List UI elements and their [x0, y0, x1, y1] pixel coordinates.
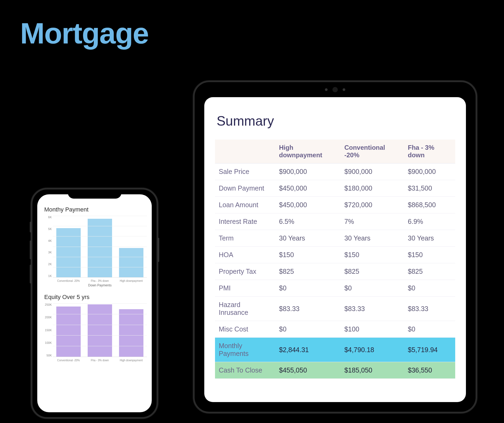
table-row: PMI$0$0$0 — [215, 280, 455, 297]
row-label: Sale Price — [215, 163, 275, 180]
table-header: Conventional -20% — [340, 140, 404, 163]
table-cell: $825 — [275, 263, 341, 280]
table-cell: $150 — [275, 247, 341, 263]
chart-plot: 6K5K4K3K2K1KConventional -20%Fha - 3% do… — [42, 216, 147, 286]
y-tick: 50K — [42, 354, 53, 357]
table-cell: 30 Years — [340, 230, 404, 247]
table-cell: $150 — [340, 247, 404, 263]
table-cell: $0 — [404, 280, 455, 297]
table-cell: $180,000 — [340, 180, 404, 197]
table-cell: 6.5% — [275, 213, 341, 230]
table-cell: 30 Years — [404, 230, 455, 247]
plot-area — [53, 216, 147, 278]
y-tick: 2K — [42, 263, 53, 266]
y-tick: 100K — [42, 341, 53, 344]
table-cell: $825 — [340, 263, 404, 280]
table-cell: $900,000 — [340, 163, 404, 180]
chart-plot: 250K200K150K100K50KConventional -20%Fha … — [42, 303, 147, 365]
y-tick: 3K — [42, 251, 53, 254]
y-tick: 200K — [42, 316, 53, 319]
table-cell: $900,000 — [404, 163, 455, 180]
table-cell: $0 — [340, 280, 404, 297]
equity-chart: Equity Over 5 yrs 250K200K150K100K50KCon… — [42, 294, 147, 365]
table-cell: $83.33 — [404, 297, 455, 321]
y-tick: 4K — [42, 239, 53, 242]
table-header — [215, 140, 275, 163]
y-tick: 150K — [42, 329, 53, 332]
x-axis: Conventional -20%Fha - 3% downHigh downp… — [53, 359, 147, 362]
table-cell: $100 — [340, 321, 404, 338]
x-tick: High downpayment — [117, 279, 145, 282]
table-cell: $450,000 — [275, 180, 341, 197]
row-label: Property Tax — [215, 263, 275, 280]
table-header: Fha - 3% down — [404, 140, 455, 163]
table-row: Down Payment$450,000$180,000$31,500 — [215, 180, 455, 197]
table-row: Interest Rate6.5%7%6.9% — [215, 213, 455, 230]
row-label: HOA — [215, 247, 275, 263]
table-cell: $450,000 — [275, 197, 341, 213]
phone-screen: Monthy Payment 6K5K4K3K2K1KConventional … — [37, 194, 152, 412]
table-row: Loan Amount$450,000$720,000$868,500 — [215, 197, 455, 213]
table-cell: $5,719.94 — [404, 338, 455, 362]
x-tick: Fha - 3% down — [86, 279, 114, 282]
monthly-payment-chart: Monthy Payment 6K5K4K3K2K1KConventional … — [42, 206, 147, 286]
row-label: Interest Rate — [215, 213, 275, 230]
table-row: Sale Price$900,000$900,000$900,000 — [215, 163, 455, 180]
tablet-screen: Summary High downpayment Conventional -2… — [204, 97, 466, 402]
row-label: Hazard Inrusance — [215, 297, 275, 321]
tablet-camera-icon — [325, 87, 345, 92]
phone-side-button-icon — [158, 238, 159, 262]
phone-side-button-icon — [30, 240, 31, 259]
table-cell: $900,000 — [275, 163, 341, 180]
x-axis: Conventional -20%Fha - 3% downHigh downp… — [53, 279, 147, 282]
plot-area — [53, 303, 147, 357]
page-title: Mortgage — [20, 16, 149, 50]
table-row: Monthly Payments$2,844.31$4,790.18$5,719… — [215, 338, 455, 362]
table-cell: $31,500 — [404, 180, 455, 197]
table-row: Hazard Inrusance$83.33$83.33$83.33 — [215, 297, 455, 321]
x-tick: Fha - 3% down — [86, 359, 114, 362]
table-row: Term30 Years30 Years30 Years — [215, 230, 455, 247]
table-cell: $720,000 — [340, 197, 404, 213]
phone-device: Monthy Payment 6K5K4K3K2K1KConventional … — [31, 188, 158, 419]
table-header: High downpayment — [275, 140, 341, 163]
y-tick: 5K — [42, 228, 53, 231]
tablet-device: Summary High downpayment Conventional -2… — [193, 81, 477, 413]
summary-table-header-row: High downpayment Conventional -20% Fha -… — [215, 140, 455, 163]
table-cell: $0 — [275, 280, 341, 297]
table-cell: $868,500 — [404, 197, 455, 213]
y-tick: 6K — [42, 216, 53, 219]
row-label: Term — [215, 230, 275, 247]
bar — [119, 248, 143, 277]
table-cell: $36,550 — [404, 362, 455, 379]
x-axis-label: Down Payments — [53, 283, 147, 287]
table-row: Property Tax$825$825$825 — [215, 263, 455, 280]
table-row: Misc Cost$0$100$0 — [215, 321, 455, 338]
chart-title: Equity Over 5 yrs — [44, 294, 147, 301]
y-tick: 250K — [42, 303, 53, 306]
bar — [88, 304, 112, 357]
summary-heading: Summary — [217, 113, 455, 129]
table-cell: $4,790.18 — [340, 338, 404, 362]
table-cell: $0 — [275, 321, 341, 338]
row-label: Down Payment — [215, 180, 275, 197]
y-axis: 250K200K150K100K50K — [42, 303, 53, 357]
x-tick: Conventional -20% — [54, 279, 83, 282]
table-cell: $0 — [404, 321, 455, 338]
table-cell: 30 Years — [275, 230, 341, 247]
x-tick: High downpayment — [117, 359, 145, 362]
table-row: Cash To Close$455,050$185,050$36,550 — [215, 362, 455, 379]
bar — [119, 309, 143, 357]
row-label: Misc Cost — [215, 321, 275, 338]
table-cell: $2,844.31 — [275, 338, 341, 362]
table-cell: $83.33 — [275, 297, 341, 321]
phone-side-button-icon — [30, 265, 31, 283]
row-label: Loan Amount — [215, 197, 275, 213]
y-tick: 1K — [42, 275, 53, 278]
phone-side-button-icon — [30, 222, 31, 232]
row-label: Cash To Close — [215, 362, 275, 379]
bar — [88, 219, 112, 277]
table-cell: $825 — [404, 263, 455, 280]
phone-notch-icon — [68, 189, 121, 199]
y-axis: 6K5K4K3K2K1K — [42, 216, 53, 278]
